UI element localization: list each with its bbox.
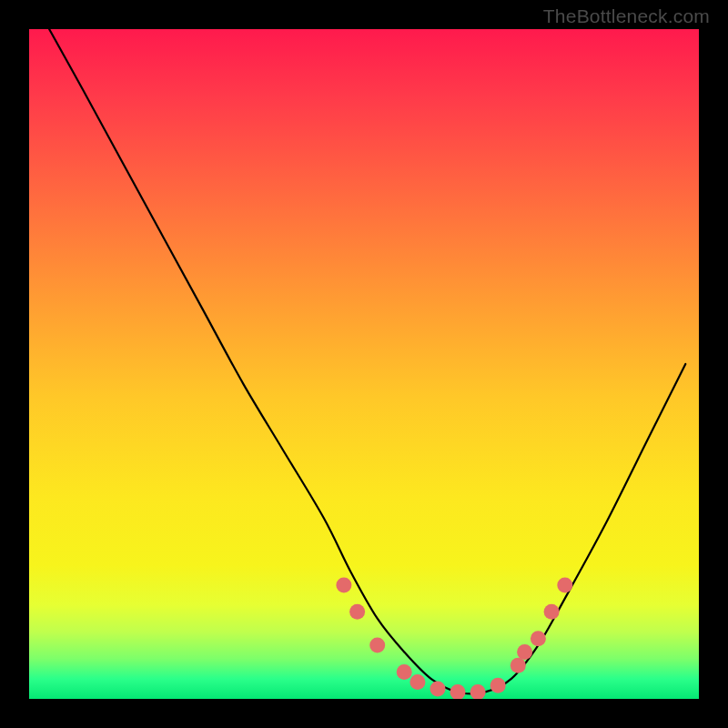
marker-point [430,682,446,697]
plot-area [29,29,699,699]
marker-point [531,631,546,646]
marker-point [410,674,425,690]
marker-point [557,577,572,592]
marker-point [544,604,560,620]
bottleneck-curve [49,29,685,693]
marker-point [369,638,385,653]
marker-point [336,577,351,592]
plot-svg [29,29,699,699]
chart-frame: TheBottleneck.com [0,0,728,728]
marker-point [349,604,365,620]
marker-point [450,684,466,699]
marker-point [470,684,486,699]
curve-markers [336,577,572,699]
marker-point [490,678,506,693]
marker-point [517,644,532,660]
marker-point [511,658,526,673]
watermark-text: TheBottleneck.com [543,5,710,27]
marker-point [397,664,412,680]
